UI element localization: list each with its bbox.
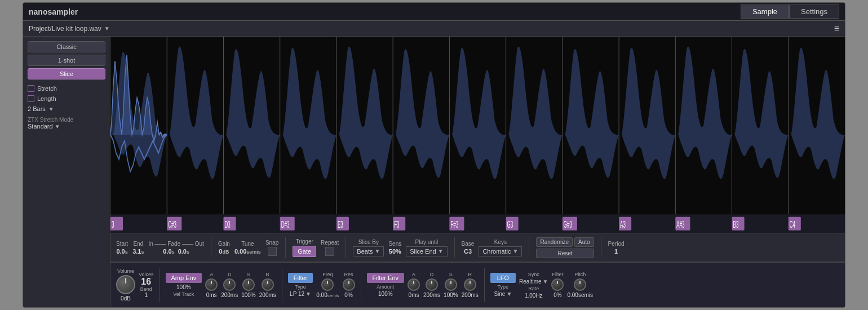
- repeat-param: Repeat: [321, 240, 339, 256]
- tab-group: Sample Settings: [741, 5, 839, 19]
- filter-btn[interactable]: Filter: [288, 273, 313, 283]
- play-until-param: Play until Slice End ▼: [406, 239, 447, 256]
- period-label: Period: [608, 241, 625, 247]
- res-label: Res: [344, 272, 353, 277]
- amp-d-knob[interactable]: [223, 278, 236, 291]
- rate-value: 1.00Hz: [525, 293, 543, 299]
- trigger-param: Trigger Gate: [293, 238, 316, 257]
- gain-param: Gain 0dB: [218, 241, 230, 255]
- fadein-value[interactable]: 0.0s: [163, 248, 174, 255]
- voices-group: Voices 16 Bend 1: [139, 272, 154, 298]
- lfo-type-value-row[interactable]: Sine ▼: [494, 291, 512, 297]
- mode-classic[interactable]: Classic: [28, 41, 105, 52]
- keys-arrow[interactable]: ▼: [513, 248, 519, 254]
- trigger-gate-btn[interactable]: Gate: [293, 246, 316, 257]
- amp-a-knob[interactable]: [205, 278, 218, 291]
- length-label: Length: [37, 95, 56, 102]
- filter-d-label: D: [430, 272, 434, 277]
- amp-s-knob[interactable]: [242, 278, 255, 291]
- ztx-section: ZTX Stretch Mode Standard ▼: [28, 117, 105, 130]
- repeat-btn[interactable]: [325, 247, 334, 256]
- synth-bar: Volume 0dB Voices 16 Bend 1 Amp Env: [110, 262, 845, 307]
- synth-sep1: [160, 268, 160, 302]
- ztx-value[interactable]: Standard ▼: [28, 123, 105, 130]
- rand-auto-row: Randomize Auto: [536, 237, 594, 247]
- file-select[interactable]: Project/Live kit loop.wav ▼: [29, 25, 110, 33]
- snap-btn[interactable]: [268, 247, 277, 256]
- base-param: Base C3: [462, 241, 475, 255]
- volume-value: 0dB: [121, 295, 131, 302]
- plugin-container: nanosampler Sample Settings Project/Live…: [23, 2, 845, 308]
- waveform-svg: 3 C#3 D3 D#3 E3 F3 F#3 G3 G#3: [110, 37, 845, 233]
- base-label: Base: [462, 241, 475, 247]
- waveform-area[interactable]: 3 C#3 D3 D#3 E3 F3 F#3 G3 G#3: [110, 37, 845, 233]
- period-param: Period 1: [608, 241, 625, 255]
- bars-dropdown[interactable]: ▼: [48, 106, 54, 112]
- end-label: End: [133, 241, 143, 247]
- slice-by-value[interactable]: Beats ▼: [353, 246, 384, 256]
- pitch-knob[interactable]: [574, 278, 586, 291]
- filter-type-arrow[interactable]: ▼: [305, 291, 311, 297]
- svg-text:A#3: A#3: [676, 219, 684, 230]
- play-until-arrow[interactable]: ▼: [438, 248, 444, 254]
- tab-settings[interactable]: Settings: [789, 5, 839, 19]
- freq-knob[interactable]: [321, 278, 334, 291]
- volume-knob[interactable]: [116, 275, 135, 294]
- filter-type-value-row[interactable]: LP 12 ▼: [290, 291, 311, 297]
- filter-s-knob[interactable]: [445, 278, 457, 291]
- stretch-checkbox[interactable]: [28, 85, 34, 92]
- repeat-label: Repeat: [321, 240, 339, 246]
- lfo-filter-label: Filter: [552, 272, 563, 277]
- amp-env-btn[interactable]: Amp Env: [166, 273, 202, 283]
- sync-arrow[interactable]: ▼: [543, 278, 548, 285]
- lfo-filter-knob[interactable]: [551, 278, 564, 291]
- play-until-label: Play until: [415, 239, 439, 245]
- trigger-label: Trigger: [296, 238, 313, 245]
- lfo-type-arrow[interactable]: ▼: [506, 291, 512, 297]
- filter-r-knob[interactable]: [464, 278, 476, 291]
- mode-slice[interactable]: Slice: [28, 68, 105, 79]
- slice-by-param: Slice By Beats ▼: [353, 239, 384, 256]
- reset-btn[interactable]: Reset: [536, 249, 594, 258]
- keys-value[interactable]: Chromatic ▼: [479, 246, 522, 256]
- lfo-filter-value: 0%: [553, 292, 561, 298]
- filter-s-col: S 100%: [444, 272, 458, 298]
- ztx-dropdown[interactable]: ▼: [55, 123, 60, 130]
- amp-d-label: D: [228, 272, 232, 277]
- end-value[interactable]: 3.1s: [132, 248, 144, 255]
- filter-type-select[interactable]: Type: [295, 284, 306, 290]
- start-value[interactable]: 0.0s: [116, 248, 127, 255]
- length-checkbox[interactable]: [28, 95, 34, 102]
- volume-col: Volume 0dB: [116, 268, 135, 302]
- sync-value-row[interactable]: Realtime ▼: [519, 278, 548, 285]
- amp-a-value: 0ms: [206, 292, 217, 298]
- filter-a-knob[interactable]: [408, 278, 420, 291]
- base-value[interactable]: C3: [464, 248, 472, 255]
- sens-value[interactable]: 50%: [389, 248, 401, 255]
- synth-sep3: [361, 268, 361, 302]
- period-value[interactable]: 1: [614, 248, 618, 255]
- amount-label: Amount: [377, 284, 394, 290]
- svg-text:E3: E3: [338, 219, 343, 230]
- play-until-value[interactable]: Slice End ▼: [406, 246, 447, 256]
- slice-by-arrow[interactable]: ▼: [375, 248, 380, 254]
- svg-text:3: 3: [112, 219, 114, 230]
- svg-text:D3: D3: [224, 219, 230, 230]
- sens-label: Sens: [388, 241, 401, 247]
- tune-value[interactable]: 0.00semis: [234, 248, 261, 255]
- right-content: 3 C#3 D3 D#3 E3 F3 F#3 G3 G#3: [110, 37, 845, 307]
- filter-d-knob[interactable]: [426, 278, 438, 291]
- tab-sample[interactable]: Sample: [741, 5, 789, 19]
- randomize-btn[interactable]: Randomize: [536, 237, 573, 247]
- gain-value[interactable]: 0dB: [219, 248, 229, 255]
- mode-oneshot[interactable]: 1-shot: [28, 55, 105, 66]
- lfo-type-row[interactable]: Type: [498, 284, 509, 290]
- auto-btn[interactable]: Auto: [574, 237, 594, 247]
- hamburger-menu[interactable]: ≡: [834, 24, 839, 34]
- filter-env-btn[interactable]: Filter Env: [367, 273, 404, 283]
- res-knob[interactable]: [343, 278, 355, 291]
- amp-r-knob[interactable]: [262, 278, 274, 291]
- fadeout-value[interactable]: 0.0s: [178, 248, 189, 255]
- lfo-btn[interactable]: LFO: [490, 273, 516, 283]
- file-dropdown-arrow[interactable]: ▼: [104, 25, 110, 32]
